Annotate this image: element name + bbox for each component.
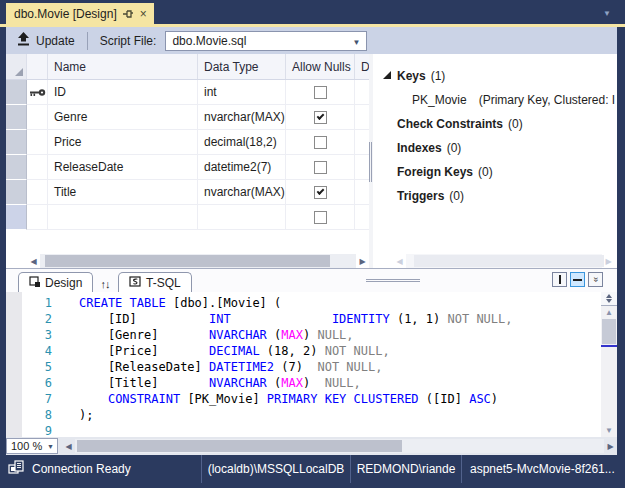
column-name-cell[interactable]: ID [48,80,198,105]
allow-nulls-checkbox[interactable] [314,186,327,199]
scrollbar-thumb[interactable] [602,319,616,344]
editor-code[interactable]: 1CREATE TABLE [dbo].[Movie] (2 [ID] INT … [6,295,601,437]
scroll-left-icon[interactable]: ◀ [27,254,40,268]
data-type-cell[interactable]: datetime2(7) [198,155,286,180]
status-message: Connection Ready [32,462,131,476]
context-tree: Keys(1)PK_Movie(Primary Key, Clustered: … [373,54,617,208]
document-well-chevron-icon[interactable]: ▼ [603,9,611,18]
scroll-left-icon[interactable]: ◀ [393,254,406,268]
default-cell[interactable] [355,155,369,180]
table-designer-window: dbo.Movie [Design] × ▼ Update Script Fil… [0,0,625,488]
allow-nulls-checkbox[interactable] [314,111,327,124]
default-cell[interactable] [355,180,369,205]
scroll-down-icon[interactable]: ▼ [601,424,617,437]
tree-item[interactable]: Keys(1) [373,64,617,88]
zoom-combobox[interactable]: 100 % ▼ [6,438,58,454]
scrollbar-thumb[interactable] [414,255,604,267]
scrollbar-track[interactable] [406,254,602,268]
scrollbar-track[interactable] [40,254,356,268]
script-file-label: Script File: [100,34,157,48]
scrollbar-thumb[interactable] [77,440,402,452]
design-tab-icon [29,276,40,290]
select-all-corner-cell[interactable] [6,54,27,79]
horizontal-splitter-grip[interactable] [366,279,420,282]
column-name-cell[interactable]: ReleaseDate [48,155,198,180]
allow-nulls-checkbox[interactable] [314,211,327,224]
column-name-cell[interactable]: Title [48,180,198,205]
row-selector[interactable] [6,130,27,155]
default-cell[interactable] [355,80,369,105]
tree-item[interactable]: Triggers(0) [373,184,617,208]
column-header[interactable]: Allow Nulls [286,54,355,79]
allow-nulls-checkbox[interactable] [314,136,327,149]
table-row: Pricedecimal(18,2) [6,130,369,155]
collapse-pane-button[interactable]: » [588,272,603,287]
column-header[interactable]: D [355,54,369,79]
split-down-icon [606,299,612,303]
zoom-chevron-icon[interactable]: ▼ [47,443,54,450]
data-type-cell[interactable]: int [198,80,286,105]
horizontal-split-button[interactable] [570,272,585,287]
column-name-cell[interactable]: Price [48,130,198,155]
pin-icon[interactable] [123,9,134,19]
tab-design[interactable]: Design [18,272,93,292]
row-key-cell [27,155,48,180]
editor-split-handle[interactable] [601,292,617,306]
editor-horizontal-scrollbar[interactable]: ◀ ▶ [62,439,617,453]
scroll-left-icon[interactable]: ◀ [62,439,75,453]
tree-item-label: Triggers [397,189,444,203]
tsql-editor[interactable]: 1CREATE TABLE [dbo].[Movie] (2 [ID] INT … [6,292,601,437]
default-cell[interactable] [355,205,369,230]
column-name-cell[interactable]: Genre [48,105,198,130]
row-key-cell [27,80,48,105]
tree-item[interactable]: Check Constraints(0) [373,112,617,136]
tree-item-suffix: (1) [431,69,446,83]
column-header[interactable]: Data Type [198,54,286,79]
row-selector[interactable] [6,105,27,130]
data-type-cell[interactable]: decimal(18,2) [198,130,286,155]
line-number: 6 [22,375,52,391]
data-type-cell[interactable] [198,205,286,230]
allow-nulls-checkbox[interactable] [314,161,327,174]
status-database: aspnet5-MvcMovie-8f261... [461,455,625,483]
tree-item[interactable]: PK_Movie(Primary Key, Clustered: I [373,88,617,112]
row-selector[interactable] [6,155,27,180]
update-button[interactable]: Update [17,32,75,49]
sync-panes-button[interactable]: ↑↓ [92,278,118,290]
tab-tsql[interactable]: T-SQL [118,272,192,292]
column-header[interactable]: Name [48,54,198,79]
scroll-right-icon[interactable]: ▶ [604,439,617,453]
data-type-cell[interactable]: nvarchar(MAX) [198,180,286,205]
vertical-split-icon [559,275,561,284]
row-selector[interactable] [6,80,27,105]
allow-nulls-checkbox[interactable] [314,86,327,99]
editor-vertical-scrollbar[interactable]: ▲ ▼ [601,292,617,437]
line-number: 4 [22,343,52,359]
default-cell[interactable] [355,105,369,130]
column-name-cell[interactable] [48,205,198,230]
scrollbar-track[interactable] [75,439,604,453]
vertical-split-button[interactable] [552,272,567,287]
status-message-section: Connection Ready [0,455,201,483]
data-type-cell[interactable]: nvarchar(MAX) [198,105,286,130]
tsql-tab-icon [129,276,141,290]
update-icon [17,32,30,49]
script-file-combobox[interactable]: dbo.Movie.sql ▼ [165,31,367,51]
combobox-chevron-icon[interactable]: ▼ [352,38,360,47]
default-cell[interactable] [355,130,369,155]
document-tab[interactable]: dbo.Movie [Design] × [6,3,154,24]
row-selector[interactable] [6,205,27,230]
grid-horizontal-scrollbar[interactable]: ◀ ▶ [27,254,369,268]
tree-item[interactable]: Foreign Keys(0) [373,160,617,184]
line-number: 1 [22,295,52,311]
scrollbar-thumb[interactable] [45,255,330,267]
scroll-right-icon[interactable]: ▶ [356,254,369,268]
expanded-twisty-icon[interactable] [383,71,391,79]
scroll-up-icon[interactable]: ▲ [601,306,617,319]
table-row: Genrenvarchar(MAX) [6,105,369,130]
tree-item[interactable]: Indexes(0) [373,136,617,160]
close-icon[interactable]: × [140,8,147,20]
context-horizontal-scrollbar[interactable]: ◀ ▶ [393,254,615,268]
row-selector[interactable] [6,180,27,205]
row-key-cell [27,205,48,230]
